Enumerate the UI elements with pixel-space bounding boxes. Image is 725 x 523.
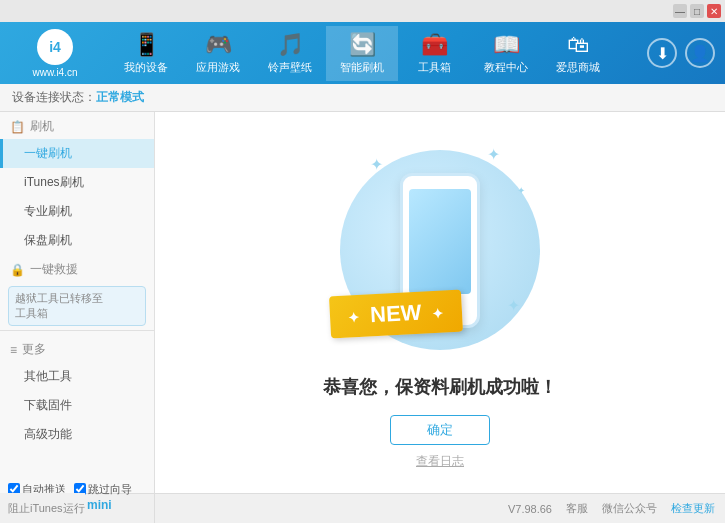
- sidebar-section-more-label: 更多: [22, 341, 46, 358]
- new-star-left: ✦: [348, 310, 361, 327]
- one-click-flash-label: 一键刷机: [24, 146, 72, 160]
- wechat-link[interactable]: 微信公众号: [602, 501, 657, 516]
- sidebar-item-pro-flash[interactable]: 专业刷机: [0, 197, 154, 226]
- apps-icon: 🎮: [205, 32, 232, 58]
- nav-item-toolbox[interactable]: 🧰 工具箱: [398, 26, 470, 81]
- phone-screen: [409, 189, 471, 294]
- sidebar-item-save-flash[interactable]: 保盘刷机: [0, 226, 154, 255]
- header-right: ⬇ 👤: [647, 38, 725, 68]
- itunes-flash-label: iTunes刷机: [24, 175, 84, 189]
- nav-label-apps-games: 应用游戏: [196, 60, 240, 75]
- bottom-right-panel: V7.98.66 客服 微信公众号 检查更新: [155, 501, 725, 516]
- sparkle-1: ✦: [370, 155, 383, 174]
- customer-service-link[interactable]: 客服: [566, 501, 588, 516]
- check-update-link[interactable]: 检查更新: [671, 501, 715, 516]
- sidebar-divider: [0, 330, 154, 331]
- phone-illustration: ✦ ✦ ✦ ✦ ✦ NEW ✦: [340, 135, 540, 365]
- notice-text: 越狱工具已转移至工具箱: [15, 292, 103, 319]
- sidebar-item-itunes-flash[interactable]: iTunes刷机: [0, 168, 154, 197]
- new-star-right: ✦: [431, 306, 444, 323]
- sidebar-section-rescue: 🔒 一键救援: [0, 255, 154, 282]
- itunes-running-label: 阻止iTunes运行: [0, 493, 85, 523]
- nav-items: 📱 我的设备 🎮 应用游戏 🎵 铃声壁纸 🔄 智能刷机 🧰 工具箱 📖 教程中心…: [110, 26, 647, 81]
- tutorial-icon: 📖: [493, 32, 520, 58]
- sidebar-item-download-firmware[interactable]: 下载固件: [0, 391, 154, 420]
- main-layout: 📋 刷机 一键刷机 iTunes刷机 专业刷机 保盘刷机 🔒 一键救援 越狱工具…: [0, 112, 725, 493]
- jailbreak-notice: 越狱工具已转移至工具箱: [8, 286, 146, 326]
- minimize-btn[interactable]: —: [673, 4, 687, 18]
- nav-item-my-device[interactable]: 📱 我的设备: [110, 26, 182, 81]
- version-text: V7.98.66: [508, 503, 552, 515]
- sidebar-section-flash-label: 刷机: [30, 118, 54, 135]
- confirm-btn[interactable]: 确定: [390, 415, 490, 445]
- itunes-status-text: 阻止iTunes运行: [8, 501, 85, 516]
- logo-area: i4 www.i4.cn: [0, 29, 110, 78]
- nav-label-store: 爱思商城: [556, 60, 600, 75]
- sidebar-item-one-click-flash[interactable]: 一键刷机: [0, 139, 154, 168]
- store-icon: 🛍: [567, 32, 589, 58]
- user-btn[interactable]: 👤: [685, 38, 715, 68]
- close-btn[interactable]: ✕: [707, 4, 721, 18]
- nav-item-tutorial[interactable]: 📖 教程中心: [470, 26, 542, 81]
- new-badge-text: NEW: [369, 300, 422, 328]
- sparkle-2: ✦: [487, 145, 500, 164]
- more-icon: ≡: [10, 343, 17, 357]
- advanced-label: 高级功能: [24, 427, 72, 441]
- logo-icon: i4: [37, 29, 73, 65]
- sparkle-4: ✦: [517, 185, 525, 196]
- status-value: 正常模式: [96, 89, 144, 106]
- nav-label-tutorial: 教程中心: [484, 60, 528, 75]
- download-btn[interactable]: ⬇: [647, 38, 677, 68]
- status-bar: 设备连接状态： 正常模式: [0, 84, 725, 112]
- new-badge: ✦ NEW ✦: [329, 290, 463, 339]
- nav-item-store[interactable]: 🛍 爱思商城: [542, 26, 614, 81]
- pro-flash-label: 专业刷机: [24, 204, 72, 218]
- save-flash-label: 保盘刷机: [24, 233, 72, 247]
- other-tools-label: 其他工具: [24, 369, 72, 383]
- nav-label-toolbox: 工具箱: [418, 60, 451, 75]
- sidebar-section-more: ≡ 更多: [0, 335, 154, 362]
- toolbox-icon: 🧰: [421, 32, 448, 58]
- nav-item-apps-games[interactable]: 🎮 应用游戏: [182, 26, 254, 81]
- maximize-btn[interactable]: □: [690, 4, 704, 18]
- sidebar-section-rescue-label: 一键救援: [30, 261, 78, 278]
- lock-icon: 🔒: [10, 263, 25, 277]
- skip-wizard-label: 跳过向导: [88, 482, 132, 497]
- flash-section-icon: 📋: [10, 120, 25, 134]
- ringtone-icon: 🎵: [277, 32, 304, 58]
- nav-item-smart-flash[interactable]: 🔄 智能刷机: [326, 26, 398, 81]
- sidebar-item-other-tools[interactable]: 其他工具: [0, 362, 154, 391]
- logo-subtitle: www.i4.cn: [32, 67, 77, 78]
- nav-label-my-device: 我的设备: [124, 60, 168, 75]
- sidebar: 📋 刷机 一键刷机 iTunes刷机 专业刷机 保盘刷机 🔒 一键救援 越狱工具…: [0, 112, 155, 493]
- success-text: 恭喜您，保资料刷机成功啦！: [323, 375, 557, 399]
- header: i4 www.i4.cn 📱 我的设备 🎮 应用游戏 🎵 铃声壁纸 🔄 智能刷机…: [0, 22, 725, 84]
- status-label: 设备连接状态：: [12, 89, 96, 106]
- view-log-link[interactable]: 查看日志: [416, 453, 464, 470]
- download-firmware-label: 下载固件: [24, 398, 72, 412]
- nav-item-ringtone[interactable]: 🎵 铃声壁纸: [254, 26, 326, 81]
- sidebar-section-flash: 📋 刷机: [0, 112, 154, 139]
- sidebar-item-advanced[interactable]: 高级功能: [0, 420, 154, 449]
- nav-label-ringtone: 铃声壁纸: [268, 60, 312, 75]
- phone-icon: 📱: [133, 32, 160, 58]
- bottom-bar: 自动推送 跳过向导 📱 iPhone 12 mini 64GB Down-12m…: [0, 493, 725, 523]
- flash-icon: 🔄: [349, 32, 376, 58]
- sparkle-3: ✦: [507, 296, 520, 315]
- content-area: ✦ ✦ ✦ ✦ ✦ NEW ✦ 恭喜您，保资料刷机成功啦！ 确定 查看日志: [155, 112, 725, 493]
- nav-label-smart-flash: 智能刷机: [340, 60, 384, 75]
- title-bar: — □ ✕: [0, 0, 725, 22]
